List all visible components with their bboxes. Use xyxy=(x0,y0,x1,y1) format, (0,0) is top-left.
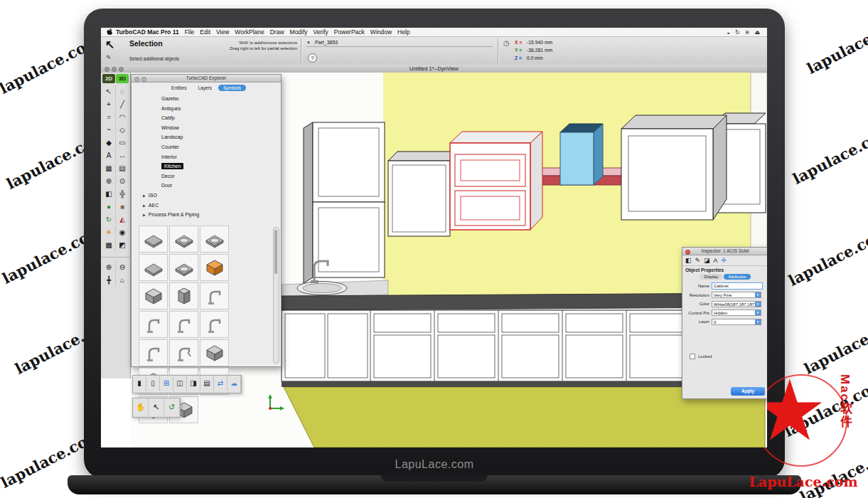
text-style-icon[interactable]: A xyxy=(714,257,718,264)
menu-item-workplane[interactable]: WorkPlane xyxy=(235,28,264,36)
sync-status-icon[interactable]: ↻ xyxy=(735,29,740,36)
pan-hand-icon[interactable]: ✋ xyxy=(133,398,149,415)
help-button[interactable]: ? xyxy=(308,53,317,63)
field-select-control-pts[interactable]: Hidden▼ xyxy=(712,309,761,316)
door-icon[interactable]: ◫ xyxy=(173,376,187,391)
field-input-name[interactable]: Cabinet xyxy=(712,282,763,290)
select-tool-icon[interactable]: ↖ xyxy=(102,85,116,97)
arc-tool-icon[interactable]: ◠ xyxy=(116,110,129,123)
inspector-tab-attributes[interactable]: Attributes xyxy=(724,274,750,280)
stair-icon[interactable]: ▤ xyxy=(200,376,214,391)
symbol-faucet-2[interactable] xyxy=(139,311,168,338)
symbol-faucet-3[interactable] xyxy=(169,311,198,338)
pen-icon[interactable]: ✎ xyxy=(695,257,701,264)
opening-icon[interactable]: ◨ xyxy=(187,376,200,391)
symbol-counter-section[interactable] xyxy=(139,254,168,281)
menu-item-file[interactable]: File xyxy=(185,28,195,36)
category-item-kitchen[interactable]: Kitchen xyxy=(132,161,281,171)
symbol-cabinet-orange[interactable] xyxy=(200,254,229,281)
measure-tool-icon[interactable]: ⊙ xyxy=(116,174,129,187)
zoom-in-icon[interactable]: ⊕ xyxy=(102,260,116,273)
swap-icon[interactable]: ⇄ xyxy=(214,376,227,391)
menu-app-name[interactable]: TurboCAD Mac Pro 11 xyxy=(116,28,179,36)
material-tool-icon[interactable]: ◩ xyxy=(116,238,129,251)
orbit-tool-icon[interactable]: ↻ xyxy=(102,213,116,226)
apply-button[interactable]: Apply xyxy=(731,387,765,396)
menu-item-verify[interactable]: Verify xyxy=(314,28,328,36)
symbol-faucet-sprayer[interactable] xyxy=(169,339,198,366)
sphere-tool-icon[interactable]: ● xyxy=(102,200,116,213)
symbol-faucet-5[interactable] xyxy=(139,339,168,366)
category-item-landscap[interactable]: Landscap xyxy=(132,132,281,142)
inspector-tab-display[interactable]: Display xyxy=(700,274,722,280)
render-tool-icon[interactable]: ▩ xyxy=(102,238,116,251)
menu-item-draw[interactable]: Draw xyxy=(270,28,284,36)
axes-icon[interactable]: ✛ xyxy=(722,257,727,264)
symbol-cabinet-tall[interactable] xyxy=(169,282,198,309)
disclosure-triangle-icon[interactable]: ▶ xyxy=(143,203,146,208)
snap-tool-icon[interactable]: ⊕ xyxy=(102,174,116,187)
category-item-interior[interactable]: Interior xyxy=(132,152,281,162)
symbol-cabinet-base[interactable] xyxy=(139,282,168,309)
symbol-faucet-4[interactable] xyxy=(200,311,229,338)
box-3d-tool-icon[interactable]: ■ xyxy=(116,200,129,213)
axis-tool-icon[interactable]: ╬ xyxy=(116,187,129,200)
category-item-decor[interactable]: Decor xyxy=(132,171,281,181)
tree-item-iso[interactable]: ▶ISO xyxy=(132,191,281,201)
category-item-cabfp[interactable]: Cabfp xyxy=(132,113,281,123)
line-tool-icon[interactable]: ╱ xyxy=(116,97,129,110)
orbit-rotate-icon[interactable]: ↺ xyxy=(164,398,180,415)
inspector-title-bar[interactable]: Inspector: 1 ACIS Solid xyxy=(682,248,767,255)
scrollbar-thumb[interactable] xyxy=(274,230,277,274)
camera-tool-icon[interactable]: ◉ xyxy=(116,226,129,238)
explorer-tab-entities[interactable]: Entities xyxy=(166,85,191,91)
symbol-faucet-1[interactable] xyxy=(200,282,229,309)
locked-checkbox[interactable] xyxy=(690,354,695,359)
field-select-resolution[interactable]: Very Fine▼ xyxy=(712,292,761,298)
menu-item-powerpack[interactable]: PowerPack xyxy=(334,28,365,36)
window-icon[interactable]: ⊞ xyxy=(160,376,173,391)
mode-3d-button[interactable]: 3D xyxy=(116,74,129,83)
disclosure-triangle-icon[interactable]: ▶ xyxy=(143,194,146,198)
curve-tool-icon[interactable]: ~ xyxy=(102,123,116,136)
eject-icon[interactable]: ⏏ xyxy=(754,29,760,36)
dimension-tool-icon[interactable]: ↔ xyxy=(116,149,129,161)
explorer-tab-symbols[interactable]: Symbols xyxy=(218,85,246,91)
field-select-layer[interactable]: 0▼ xyxy=(712,319,761,325)
menu-item-view[interactable]: View xyxy=(216,28,229,36)
symbol-sink-double[interactable] xyxy=(200,226,229,253)
disclosure-triangle-icon[interactable]: ▶ xyxy=(143,213,146,217)
wall-icon[interactable]: ▮ xyxy=(133,376,146,391)
column-icon[interactable]: ▯ xyxy=(146,376,160,391)
polygon-tool-icon[interactable]: ◆ xyxy=(102,136,116,149)
point-tool-icon[interactable]: + xyxy=(102,97,116,110)
symbol-sink-counter[interactable] xyxy=(169,226,198,253)
category-item-antiques[interactable]: Antiques xyxy=(132,104,281,114)
view-cube-tool-icon[interactable]: ◭ xyxy=(116,213,129,226)
part-dropdown[interactable]: ▼Part_3853 xyxy=(306,40,493,47)
symbol-sink-round[interactable] xyxy=(169,254,198,281)
symbol-dishwasher[interactable] xyxy=(200,339,229,366)
category-item-window[interactable]: Window xyxy=(132,123,281,133)
menu-item-edit[interactable]: Edit xyxy=(200,28,210,36)
circle-tool-icon[interactable]: ○ xyxy=(102,110,116,123)
select-arrow-icon[interactable]: ↖ xyxy=(149,398,164,415)
category-item-door[interactable]: Door xyxy=(132,181,281,191)
apple-logo-icon[interactable] xyxy=(107,28,112,36)
tree-item-process-plant-piping[interactable]: ▶Process Plant & Piping xyxy=(132,210,281,220)
rectangle-tool-icon[interactable]: ▭ xyxy=(116,136,129,149)
cloud-icon[interactable]: ☁ xyxy=(227,376,241,391)
grid-tool-icon[interactable]: ▤ xyxy=(116,161,129,174)
lasso-select-icon[interactable]: ◌ xyxy=(116,85,129,97)
text-tool-icon[interactable]: A xyxy=(102,149,116,161)
category-item-gazebo[interactable]: Gazebo xyxy=(132,94,281,104)
symbol-counter-corner[interactable] xyxy=(139,226,168,253)
category-item-counter[interactable]: Counter xyxy=(132,142,281,152)
menu-item-modify[interactable]: Modify xyxy=(290,28,308,36)
polyline-tool-icon[interactable]: ◇ xyxy=(116,123,129,136)
menu-item-window[interactable]: Window xyxy=(370,28,392,36)
wifi-icon[interactable]: ≋ xyxy=(745,29,750,36)
tree-item-aec[interactable]: ▶AEC xyxy=(132,201,281,211)
pan-icon[interactable]: ╋ xyxy=(102,273,116,286)
explorer-tab-layers[interactable]: Layers xyxy=(193,85,217,91)
